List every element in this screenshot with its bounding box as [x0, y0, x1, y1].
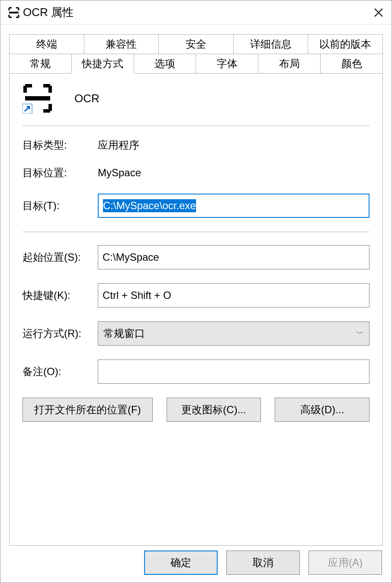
run-mode-select[interactable]: 常规窗口 ﹀ [98, 321, 370, 346]
target-input-text: C:\MySpace\ocr.exe [103, 199, 196, 212]
tab-font[interactable]: 字体 [196, 54, 258, 74]
target-input[interactable]: C:\MySpace\ocr.exe [98, 194, 370, 218]
svg-rect-1 [25, 96, 50, 100]
row-target-type: 目标类型: 应用程序 [22, 138, 370, 152]
row-run-mode: 运行方式(R): 常规窗口 ﹀ [22, 321, 370, 346]
row-target: 目标(T): C:\MySpace\ocr.exe [22, 194, 370, 218]
close-icon [374, 8, 383, 17]
comment-label: 备注(O): [22, 365, 98, 379]
close-button[interactable] [366, 0, 392, 25]
row-target-location: 目标位置: MySpace [22, 166, 370, 180]
tabs-container: 终端 兼容性 安全 详细信息 以前的版本 常规 快捷方式 选项 字体 布局 颜色 [0, 25, 392, 74]
shortcut-key-label: 快捷键(K): [22, 288, 98, 302]
tab-row-top: 终端 兼容性 安全 详细信息 以前的版本 [9, 34, 383, 54]
divider [22, 232, 370, 232]
tab-security[interactable]: 安全 [159, 34, 234, 54]
row-start-in: 起始位置(S): [22, 245, 370, 269]
target-location-label: 目标位置: [22, 166, 98, 180]
tab-compatibility[interactable]: 兼容性 [84, 34, 159, 54]
tab-colors[interactable]: 颜色 [321, 54, 383, 74]
target-label: 目标(T): [22, 199, 98, 213]
window-title: OCR 属性 [23, 5, 74, 20]
start-in-input[interactable] [98, 245, 370, 269]
open-file-location-button[interactable]: 打开文件所在的位置(F) [22, 398, 153, 422]
ok-button[interactable]: 确定 [144, 551, 218, 575]
comment-input[interactable] [98, 360, 370, 384]
titlebar: OCR 属性 [0, 0, 392, 25]
tab-options[interactable]: 选项 [134, 54, 196, 74]
run-mode-value: 常规窗口 [103, 327, 145, 340]
run-mode-label: 运行方式(R): [22, 327, 98, 340]
tab-layout[interactable]: 布局 [258, 54, 321, 74]
row-comment: 备注(O): [22, 360, 370, 384]
shortcut-panel: OCR 目标类型: 应用程序 目标位置: MySpace 目标(T): C:\M… [9, 74, 383, 546]
tab-details[interactable]: 详细信息 [234, 34, 308, 54]
shortcut-key-input[interactable] [98, 283, 370, 308]
tab-previous-versions[interactable]: 以前的版本 [308, 34, 383, 54]
tab-general[interactable]: 常规 [9, 54, 72, 74]
target-location-value: MySpace [98, 167, 141, 179]
tab-row-bottom: 常规 快捷方式 选项 字体 布局 颜色 [9, 54, 383, 74]
chevron-down-icon: ﹀ [356, 328, 364, 339]
apply-button[interactable]: 应用(A) [308, 551, 382, 575]
advanced-button[interactable]: 高级(D)... [275, 398, 370, 422]
app-header: OCR [22, 83, 370, 126]
change-icon-button[interactable]: 更改图标(C)... [167, 398, 261, 422]
target-type-value: 应用程序 [98, 138, 139, 152]
cancel-button[interactable]: 取消 [226, 551, 300, 575]
row-shortcut-key: 快捷键(K): [22, 283, 370, 308]
target-type-label: 目标类型: [22, 138, 98, 152]
action-buttons: 打开文件所在的位置(F) 更改图标(C)... 高级(D)... [22, 398, 370, 422]
start-in-label: 起始位置(S): [22, 250, 98, 264]
app-name: OCR [74, 92, 100, 105]
svg-rect-0 [9, 12, 19, 13]
tab-terminal[interactable]: 终端 [9, 34, 84, 54]
app-icon [8, 7, 19, 18]
dialog-footer: 确定 取消 应用(A) [144, 551, 382, 575]
app-icon-large [22, 83, 53, 113]
tab-shortcut[interactable]: 快捷方式 [72, 54, 134, 74]
